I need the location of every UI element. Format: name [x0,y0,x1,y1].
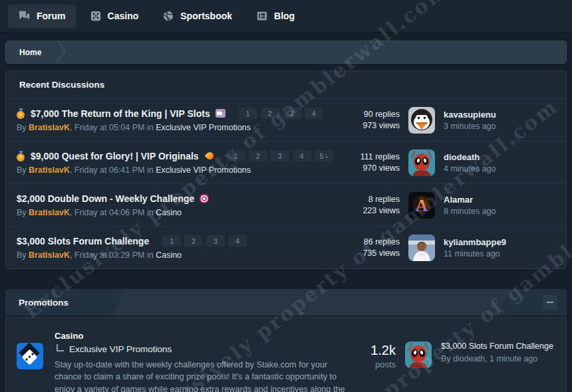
basketball-icon [162,10,174,22]
replies-count: 8 replies [343,194,400,205]
page-button[interactable]: 1 [227,150,245,161]
date-text: , Friday at 04:06 PM in [70,208,156,217]
forum-link[interactable]: Exclusive VIP Promotions [156,123,251,132]
dice-icon [90,10,102,22]
tab-sportsbook[interactable]: Sportsbook [152,4,242,28]
tab-blog[interactable]: Blog [246,4,305,28]
tab-casino[interactable]: Casino [80,4,149,28]
tree-branch-icon [57,344,64,351]
by-label: By [17,208,27,217]
page-button[interactable]: 4 [228,235,247,246]
forum-link[interactable]: Casino [156,208,182,217]
views-count: 735 views [343,248,400,259]
medal-icon [17,151,25,161]
page-button[interactable]: 1 [239,108,257,119]
footballer-avatar[interactable] [408,235,435,261]
thread-row[interactable]: $3,000 Slots Forum Challenge 1 2 3 4 By … [6,226,566,268]
page-buttons: 1 2 3 4 [162,235,247,246]
last-post-time: 4 minutes ago [444,164,555,173]
deadpool-avatar[interactable] [408,149,435,176]
author-link[interactable]: BratislavK [29,123,70,132]
thread-stats: 90 replies 973 views [343,109,400,132]
thread-byline: By BratislavK, Friday at 04:06 PM in Cas… [17,208,343,217]
replies-count: 90 replies [343,109,400,120]
by-label: By [17,250,27,260]
flaming-a-avatar[interactable]: A [408,192,435,219]
author-link[interactable]: BratislavK [29,165,70,175]
replies-count: 111 replies [343,151,400,163]
forum-link[interactable]: Exclusive VIP Promotions [156,165,251,175]
views-count: 973 views [343,120,400,132]
latest-post-title[interactable]: $3,000 Slots Forum Challenge [441,342,555,351]
tab-label: Sportsbook [180,11,232,21]
thread-stats: 111 replies 970 views [343,151,400,174]
views-count: 970 views [343,163,400,174]
posts-count: 1.2k [370,343,396,358]
subforum-link[interactable]: Exclusive VIP Promotions [69,344,172,354]
forum-link[interactable]: Casino [156,250,182,260]
deadpool-avatar[interactable] [405,342,432,368]
thread-row[interactable]: $9,000 Quest for Glory! | VIP Originals … [6,141,566,183]
minus-icon [547,302,553,303]
casino-category-icon[interactable] [17,343,43,369]
tab-label: Forum [37,11,66,21]
section-title: Recent Discussions [6,71,566,98]
last-post-time: 8 minutes ago [444,207,555,216]
page-button[interactable]: 3 [206,235,225,246]
thread-row[interactable]: $2,000 Double Down - Weekly Challenge By… [6,183,566,226]
views-count: 223 views [343,205,400,217]
posts-stat: 1.2k posts [370,343,396,369]
replies-count: 86 replies [343,237,400,248]
last-post-time: 11 minutes ago [444,249,555,258]
slot-machine-icon [215,109,225,118]
date-text: , Friday at 03:29 PM in [70,250,156,260]
page-button[interactable]: 2 [184,235,203,246]
page-button[interactable]: 4 [305,108,323,119]
forum-description: Stay up-to-date with the weekly challeng… [55,359,355,392]
thread-title[interactable]: $3,000 Slots Forum Challenge [17,236,149,246]
penguin-avatar[interactable] [408,107,435,134]
thread-stats: 86 replies 735 views [343,237,400,259]
collapse-section-button[interactable] [543,295,557,310]
medal-icon [17,108,25,119]
author-link[interactable]: BratislavK [29,250,70,260]
promotions-panel: Casino Exclusive VIP Promotions Stay up-… [5,317,567,392]
breadcrumb-home[interactable]: Home [6,48,56,57]
newspaper-icon [256,10,268,22]
thread-byline: By BratislavK, Friday at 05:04 PM in Exc… [17,123,343,132]
page-button[interactable]: 3 [271,150,289,161]
thread-row[interactable]: $7,000 The Return of the King | VIP Slot… [6,98,566,141]
page-button-last[interactable]: 5 › [315,150,333,161]
header-sheen [112,289,510,316]
recent-discussions-panel: Recent Discussions $7,000 The Return of … [5,70,567,269]
top-navbar: Forum Casino Sportsbook Blog [0,0,572,33]
page-button[interactable]: 3 [283,108,301,119]
tab-forum[interactable]: Forum [8,5,76,28]
last-poster-name[interactable]: kavasupienu [444,110,555,120]
author-link[interactable]: BratislavK [29,208,70,217]
last-poster-name[interactable]: kylianmbappe9 [444,237,555,247]
chevron-right-icon [56,41,67,64]
page-button[interactable]: 2 [249,150,267,161]
thread-title[interactable]: $2,000 Double Down - Weekly Challenge [17,193,194,204]
last-poster-name[interactable]: Alamar [444,195,555,205]
posts-label: posts [370,359,396,369]
thread-title[interactable]: $7,000 The Return of the King | VIP Slot… [31,108,210,119]
category-link[interactable]: Casino [55,331,355,341]
page-buttons: 1 2 3 4 [239,108,323,119]
page-button[interactable]: 2 [261,108,279,119]
last-post-time: 3 minutes ago [444,122,555,131]
latest-post-byline: By diodeath, 1 minute ago [441,354,555,363]
by-label: By [17,123,27,132]
svg-text:A: A [416,196,428,215]
last-poster-name[interactable]: diodeath [444,152,555,162]
page-button[interactable]: 4 [293,150,311,161]
thread-byline: By BratislavK, Friday at 06:41 PM in Exc… [17,165,343,175]
thread-title[interactable]: $9,000 Quest for Glory! | VIP Originals [31,151,199,161]
breadcrumb: Home [5,41,567,64]
fire-icon [204,151,215,161]
direct-hit-icon [200,194,209,203]
thread-byline: By BratislavK, Friday at 03:29 PM in Cas… [17,250,343,260]
page-button[interactable]: 1 [162,235,181,246]
tab-label: Blog [274,11,295,21]
